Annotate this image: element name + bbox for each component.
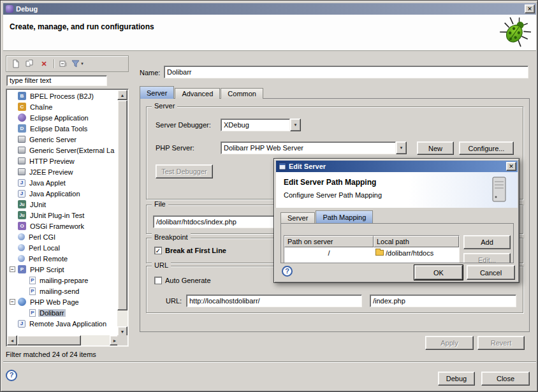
server-icon: [18, 136, 25, 143]
tree-item-osgi-framework[interactable]: OSGi Framework: [8, 221, 117, 231]
dialog-close-button[interactable]: ✕: [506, 162, 516, 171]
name-input[interactable]: [164, 66, 528, 78]
tree-item-php-web-page[interactable]: −PHP Web Page: [8, 296, 117, 307]
dialog-tab-server[interactable]: Server: [280, 212, 315, 223]
tree-item-perl-local[interactable]: Perl Local: [8, 242, 117, 253]
server-group-label: Server: [152, 102, 177, 110]
perl-icon: [18, 244, 25, 251]
cancel-button[interactable]: Cancel: [467, 265, 515, 280]
server-debugger-label: Server Debugger:: [156, 121, 211, 129]
configure-server-button[interactable]: Configure...: [459, 142, 514, 155]
revert-button[interactable]: Revert: [477, 336, 525, 350]
scroll-up-icon[interactable]: ▲: [117, 90, 127, 100]
window-title: Debug: [16, 5, 38, 13]
close-icon: ✕: [527, 6, 532, 12]
tab-common[interactable]: Common: [221, 88, 263, 99]
dialog-help-button[interactable]: ?: [282, 266, 293, 277]
url-path-input[interactable]: [370, 294, 516, 307]
chevron-down-icon[interactable]: ▼: [396, 142, 407, 154]
config-tree-box: BPEL Process (B2J)ChaîneEclipse Applicat…: [6, 89, 129, 347]
tree-item-label: Eclipse Data Tools: [29, 125, 89, 133]
tree-item-java-applet[interactable]: Java Applet: [8, 177, 117, 188]
server-icon: [18, 168, 25, 175]
tree-item-cha-ne[interactable]: Chaîne: [8, 101, 117, 112]
chevron-down-icon[interactable]: ▼: [290, 119, 301, 131]
php-server-value: Dolibarr PHP Web Server: [221, 142, 396, 154]
tree-item-bpel-process-b2j[interactable]: BPEL Process (B2J): [8, 91, 117, 101]
dialog-subheading: Configure Server Path Mapping: [284, 191, 382, 199]
tree-item-label: Perl Remote: [27, 255, 69, 263]
tree-item-j2ee-preview[interactable]: J2EE Preview: [8, 166, 117, 177]
debug-button[interactable]: Debug: [438, 372, 475, 386]
collapse-all-button[interactable]: [57, 57, 71, 70]
tree-vertical-scrollbar[interactable]: ▲ ▼: [117, 90, 127, 337]
check-icon: ✓: [156, 247, 161, 254]
tree-item-junit-plug-in-test[interactable]: JUnit Plug-in Test: [8, 210, 117, 221]
tree-item-dolibarr[interactable]: Dolibarr: [8, 307, 117, 318]
title-bar: Debug ✕: [3, 3, 536, 15]
auto-generate-checkbox[interactable]: [154, 277, 162, 284]
auto-generate-row: Auto Generate: [154, 277, 211, 284]
tree-item-http-preview[interactable]: HTTP Preview: [8, 156, 117, 166]
java-applet-icon: [18, 179, 25, 187]
add-mapping-button[interactable]: Add: [463, 235, 511, 249]
tree-item-label: JUnit: [29, 201, 47, 208]
tab-server[interactable]: Server: [140, 86, 174, 99]
filter-button[interactable]: ▼: [71, 57, 85, 70]
test-debugger-button[interactable]: Test Debugger: [156, 164, 213, 178]
tree-item-eclipse-application[interactable]: Eclipse Application: [8, 112, 117, 123]
tree-item-generic-server-external-la[interactable]: Generic Server(External La: [8, 145, 117, 156]
server-debugger-combo[interactable]: XDebug ▼: [221, 119, 301, 131]
ok-button[interactable]: OK: [414, 265, 463, 280]
tree-item-label: Chaîne: [29, 103, 54, 111]
tree-item-eclipse-data-tools[interactable]: Eclipse Data Tools: [8, 123, 117, 134]
perl-icon: [18, 233, 25, 240]
scroll-left-icon[interactable]: ◄: [7, 335, 17, 345]
url-base-input[interactable]: [186, 294, 362, 307]
tree-item-php-script[interactable]: −PHP Script: [8, 264, 117, 275]
tree-item-label: OSGi Framework: [29, 222, 85, 230]
help-button[interactable]: ?: [6, 370, 17, 381]
expand-toggle[interactable]: −: [10, 299, 15, 305]
config-tree: BPEL Process (B2J)ChaîneEclipse Applicat…: [8, 91, 117, 335]
edit-mapping-button[interactable]: Edit...: [463, 253, 511, 263]
new-config-button[interactable]: [9, 57, 23, 70]
server-icon: [18, 147, 25, 154]
tab-advanced[interactable]: Advanced: [175, 88, 220, 99]
tree-horizontal-scrollbar[interactable]: ◄ ►: [7, 335, 120, 345]
php-server-combo[interactable]: Dolibarr PHP Web Server ▼: [221, 142, 407, 154]
help-icon: ?: [285, 267, 289, 275]
new-server-button[interactable]: New: [417, 142, 454, 155]
close-dialog-button[interactable]: Close: [481, 372, 530, 386]
remote-java-icon: [18, 320, 25, 328]
break-first-line-checkbox[interactable]: ✓: [154, 247, 162, 254]
duplicate-config-button[interactable]: [23, 57, 37, 70]
dialog-tab-path-mapping[interactable]: Path Mapping: [316, 210, 373, 223]
toolbar-separator: [54, 59, 54, 68]
delete-config-button[interactable]: ✕: [37, 57, 51, 70]
column-path-on-server[interactable]: Path on server: [284, 236, 374, 247]
expand-toggle[interactable]: −: [10, 266, 15, 272]
scroll-thumb-horizontal[interactable]: [17, 335, 81, 345]
filter-input[interactable]: [6, 75, 107, 86]
tree-item-generic-server[interactable]: Generic Server: [8, 134, 117, 145]
tree-item-perl-remote[interactable]: Perl Remote: [8, 253, 117, 264]
tree-item-label: Java Applet: [28, 179, 67, 187]
tree-item-mailing-send[interactable]: mailing-send: [8, 286, 117, 296]
tree-item-remote-java-application[interactable]: Remote Java Application: [8, 318, 117, 329]
name-label: Name:: [140, 69, 160, 76]
column-local-path[interactable]: Local path: [374, 236, 459, 247]
close-button[interactable]: ✕: [525, 4, 535, 13]
scrollbar-corner: [117, 335, 127, 345]
bpel-icon: [18, 92, 26, 100]
tree-item-perl-cgi[interactable]: Perl CGI: [8, 231, 117, 242]
scroll-thumb[interactable]: [117, 100, 127, 310]
tree-item-junit[interactable]: JUnit: [8, 199, 117, 210]
php-file-icon: [29, 277, 36, 284]
table-row[interactable]: / /dolibarr/htdocs: [284, 247, 459, 258]
apply-button[interactable]: Apply: [425, 336, 474, 350]
tree-item-java-application[interactable]: Java Application: [8, 188, 117, 199]
eclipse-app-icon: [18, 113, 26, 122]
tree-item-mailing-prepare[interactable]: mailing-prepare: [8, 275, 117, 286]
server-icon: [18, 157, 25, 164]
